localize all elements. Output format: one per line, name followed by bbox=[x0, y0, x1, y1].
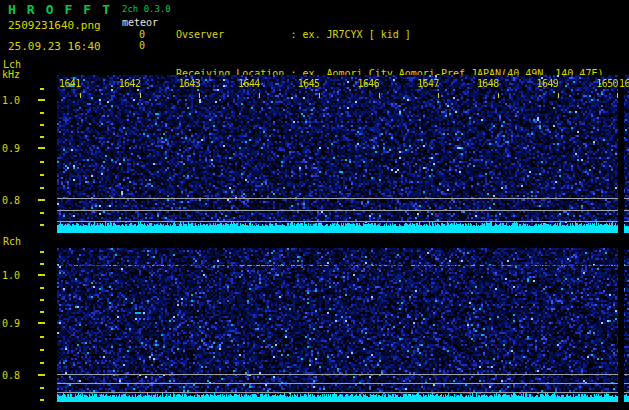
timestamp: 25.09.23 16:40 bbox=[8, 40, 101, 53]
freq-tick-major bbox=[38, 99, 45, 101]
hrofft-output: HROFFT 2ch 0.3.0 2509231640.png meteor 0… bbox=[0, 0, 629, 410]
freq-tick-major bbox=[38, 274, 45, 276]
freq-tick-minor bbox=[40, 311, 44, 313]
freq-tick-major bbox=[38, 147, 45, 149]
freq-tick-minor bbox=[40, 251, 44, 253]
freq-tick-minor bbox=[40, 88, 44, 90]
freq-tick-minor bbox=[40, 224, 44, 226]
rch-spectrogram bbox=[57, 248, 629, 402]
time-label: 1642 bbox=[119, 78, 141, 89]
time-label: 1647 bbox=[417, 78, 439, 89]
freq-label: 0.8 bbox=[2, 195, 20, 206]
time-label: 1644 bbox=[238, 78, 260, 89]
time-label: 1650 bbox=[596, 78, 618, 89]
freq-tick-minor bbox=[40, 387, 44, 389]
time-tick bbox=[438, 93, 439, 98]
freq-tick-minor bbox=[40, 212, 44, 214]
time-label: 1648 bbox=[477, 78, 499, 89]
freq-tick-minor bbox=[40, 299, 44, 301]
time-tick bbox=[80, 93, 81, 98]
app-version: 2ch 0.3.0 bbox=[122, 4, 171, 14]
time-label: 1641 bbox=[59, 78, 81, 89]
khz-unit-label: kHz bbox=[2, 69, 20, 80]
time-tick bbox=[498, 93, 499, 98]
meteor-count-rch: 0 bbox=[139, 40, 145, 51]
freq-label: 1.0 bbox=[2, 270, 20, 281]
freq-tick-minor bbox=[40, 124, 44, 126]
time-tick bbox=[259, 93, 260, 98]
freq-tick-minor bbox=[40, 362, 44, 364]
freq-label: 0.9 bbox=[2, 143, 20, 154]
lch-spectrogram bbox=[57, 75, 629, 233]
freq-tick-minor bbox=[40, 161, 44, 163]
freq-tick-minor bbox=[40, 174, 44, 176]
rch-channel-label: Rch bbox=[3, 236, 21, 247]
time-label: 1645 bbox=[298, 78, 320, 89]
time-tick bbox=[319, 93, 320, 98]
freq-tick-major bbox=[38, 374, 45, 376]
freq-tick-minor bbox=[40, 263, 44, 265]
time-label-partial: 1651 bbox=[619, 78, 629, 89]
freq-tick-minor bbox=[40, 136, 44, 138]
freq-tick-minor bbox=[40, 187, 44, 189]
freq-tick-minor bbox=[40, 336, 44, 338]
freq-tick-minor bbox=[40, 349, 44, 351]
mode-label: meteor bbox=[122, 17, 158, 28]
time-tick bbox=[199, 93, 200, 98]
time-tick bbox=[379, 93, 380, 98]
time-label: 1649 bbox=[537, 78, 559, 89]
time-tick bbox=[617, 93, 618, 98]
freq-label: 1.0 bbox=[2, 95, 20, 106]
time-label: 1646 bbox=[358, 78, 380, 89]
freq-tick-minor bbox=[40, 112, 44, 114]
time-label: 1643 bbox=[178, 78, 200, 89]
output-filename: 2509231640.png bbox=[8, 19, 101, 32]
freq-tick-major bbox=[38, 199, 45, 201]
freq-tick-minor bbox=[40, 287, 44, 289]
time-tick bbox=[558, 93, 559, 98]
meteor-count-lch: 0 bbox=[139, 29, 145, 40]
freq-label: 0.8 bbox=[2, 370, 20, 381]
freq-label: 0.9 bbox=[2, 318, 20, 329]
app-title: HROFFT bbox=[8, 2, 121, 17]
freq-tick-minor bbox=[40, 399, 44, 401]
time-tick bbox=[140, 93, 141, 98]
freq-tick-major bbox=[38, 322, 45, 324]
observer-line: Ovserver : ex. JR7CYX [ kid ] bbox=[176, 28, 629, 41]
